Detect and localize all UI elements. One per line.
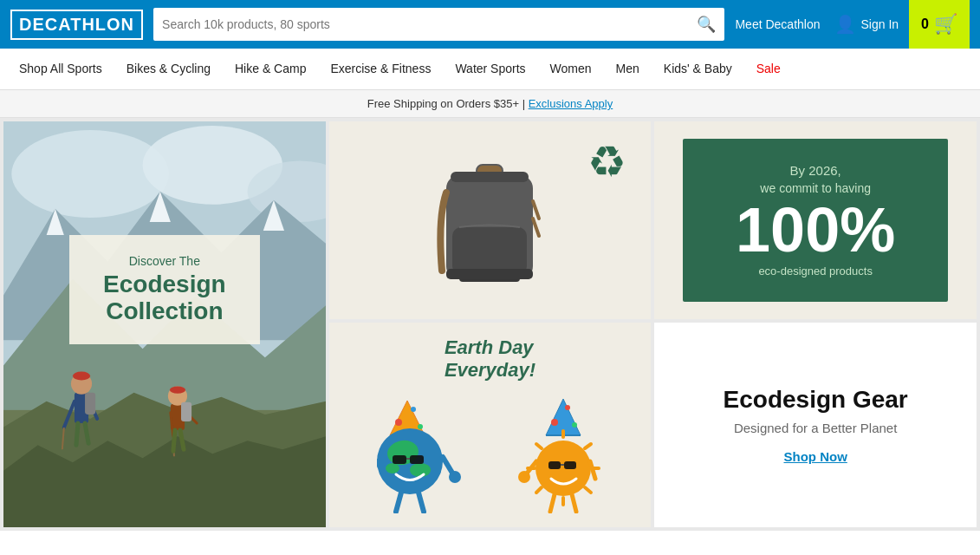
svg-line-18	[76, 423, 78, 445]
svg-rect-29	[181, 402, 191, 421]
search-button[interactable]: 🔍	[697, 15, 716, 34]
svg-point-40	[411, 407, 416, 412]
svg-point-58	[572, 422, 577, 428]
eco-discover-text: Discover The	[94, 254, 236, 268]
recycle-symbol: ♻	[587, 137, 626, 187]
svg-line-53	[396, 493, 401, 512]
svg-line-65	[536, 487, 542, 493]
svg-point-57	[565, 405, 570, 410]
backpack-svg	[433, 140, 546, 301]
svg-rect-20	[85, 393, 95, 415]
search-bar: 🔍	[153, 8, 724, 41]
commitment-percent: 100%	[704, 199, 927, 261]
svg-rect-37	[446, 269, 533, 279]
cart-icon: 🛒	[934, 13, 957, 36]
header: DECATHLON 🔍 Meet Decathlon 👤 Sign In 0 🛒	[0, 0, 980, 49]
cart-count: 0	[921, 16, 929, 32]
svg-rect-69	[548, 461, 561, 469]
meet-decathlon-link[interactable]: Meet Decathlon	[735, 17, 820, 31]
shop-now-button[interactable]: Shop Now	[783, 449, 847, 464]
header-right: Meet Decathlon 👤 Sign In	[735, 14, 899, 35]
svg-point-46	[386, 463, 399, 473]
navigation: Shop All Sports Bikes & Cycling Hike & C…	[0, 49, 980, 90]
shipping-banner: Free Shipping on Orders $35+ | Exclusion…	[0, 90, 980, 118]
nav-kids[interactable]: Kids' & Baby	[652, 49, 744, 90]
svg-point-39	[395, 419, 402, 426]
svg-rect-33	[451, 172, 529, 182]
svg-line-67	[536, 444, 542, 448]
nav-women[interactable]: Women	[538, 49, 604, 90]
svg-line-34	[533, 201, 539, 219]
svg-rect-47	[393, 455, 406, 464]
panel-earth-day[interactable]: Earth Day Everyday!	[329, 323, 652, 527]
sun-character-svg	[498, 392, 602, 513]
commitment-content: By 2026, we commit to having 100% eco-de…	[683, 139, 948, 302]
sign-in-label: Sign In	[861, 17, 899, 31]
earth-day-characters	[377, 392, 602, 513]
svg-rect-31	[452, 227, 527, 275]
panel-commitment: By 2026, we commit to having 100% eco-de…	[654, 121, 977, 319]
svg-rect-48	[410, 455, 424, 464]
commitment-eco-products: eco-designed products	[704, 264, 927, 278]
nav-men[interactable]: Men	[604, 49, 652, 90]
svg-line-61	[585, 444, 591, 448]
svg-line-54	[419, 493, 424, 512]
nav-bikes[interactable]: Bikes & Cycling	[114, 49, 223, 90]
commitment-we-commit: we commit to having	[704, 181, 927, 195]
svg-point-23	[170, 387, 185, 394]
svg-point-45	[410, 463, 431, 477]
panel-backpack[interactable]: ♻	[329, 121, 652, 319]
main-content-grid: Discover The Ecodesign Collection	[0, 118, 980, 531]
panel-ecodesign-gear: Ecodesign Gear Designed for a Better Pla…	[654, 323, 977, 527]
svg-line-27	[173, 430, 175, 451]
nav-shop-all[interactable]: Shop All Sports	[7, 49, 114, 90]
user-icon: 👤	[834, 14, 856, 35]
svg-point-41	[418, 424, 423, 429]
logo[interactable]: DECATHLON	[10, 10, 143, 40]
svg-point-56	[551, 419, 558, 426]
search-input[interactable]	[162, 17, 690, 31]
eco-title: Ecodesign Collection	[94, 271, 236, 325]
ecodesign-gear-subtitle: Designed for a Better Planet	[734, 421, 897, 435]
svg-line-74	[590, 461, 595, 479]
svg-line-75	[550, 494, 555, 512]
nav-exercise[interactable]: Exercise & Fitness	[318, 49, 443, 90]
svg-point-68	[535, 441, 591, 496]
svg-point-14	[73, 371, 90, 380]
nav-hike[interactable]: Hike & Camp	[223, 49, 318, 90]
panel-ecodesign-left[interactable]: Discover The Ecodesign Collection	[3, 121, 326, 527]
commitment-by-year: By 2026,	[704, 163, 927, 178]
earth-day-area: Earth Day Everyday!	[329, 323, 652, 527]
svg-point-52	[449, 471, 461, 483]
nav-sale[interactable]: Sale	[744, 49, 793, 90]
earth-day-title: Earth Day Everyday!	[445, 336, 535, 382]
svg-line-35	[533, 219, 539, 236]
svg-rect-70	[564, 461, 576, 469]
nav-water[interactable]: Water Sports	[443, 49, 537, 90]
ecodesign-gear-title: Ecodesign Gear	[724, 386, 908, 414]
exclusions-link[interactable]: Exclusions Apply	[529, 97, 613, 110]
earth-character-svg	[377, 392, 481, 513]
svg-line-63	[585, 487, 591, 493]
sign-in-area[interactable]: 👤 Sign In	[834, 14, 899, 35]
shipping-text: Free Shipping on Orders $35+ |	[367, 97, 525, 110]
backpack-area: ♻	[329, 121, 652, 319]
cart-area[interactable]: 0 🛒	[909, 0, 970, 49]
svg-line-51	[443, 457, 453, 474]
logo-text: DECATHLON	[19, 15, 134, 35]
svg-line-76	[572, 494, 576, 512]
ecodesign-text-box: Discover The Ecodesign Collection	[69, 235, 260, 344]
